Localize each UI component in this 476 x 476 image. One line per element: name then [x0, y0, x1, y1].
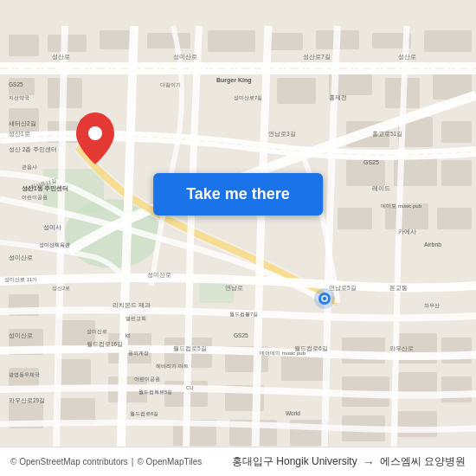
svg-text:성산1로: 성산1로 — [9, 131, 30, 137]
svg-text:성미산로7길: 성미산로7길 — [234, 95, 262, 100]
svg-rect-13 — [424, 30, 472, 52]
route-destination: 에스엠씨 요양병원 — [380, 454, 466, 469]
svg-text:월드컵볼7길: 월드컵볼7길 — [229, 312, 258, 317]
svg-text:성산로7길: 성산로7길 — [303, 54, 331, 60]
svg-rect-7 — [100, 30, 134, 49]
svg-text:월드컵복로5길: 월드컵복로5길 — [138, 389, 172, 395]
svg-text:홍제전: 홍제전 — [329, 94, 347, 101]
bottom-bar: © OpenStreetMap contributors | © OpenMap… — [0, 447, 476, 476]
svg-text:관음사: 관음사 — [22, 164, 37, 170]
svg-text:Burger King: Burger King — [216, 77, 251, 84]
svg-text:데이모 music pub: 데이모 music pub — [381, 203, 422, 209]
svg-text:연남로: 연남로 — [225, 285, 243, 292]
svg-rect-30 — [437, 208, 472, 229]
svg-text:리치몬드 제과: 리치몬드 제과 — [113, 302, 151, 308]
copyright-text2: © OpenMapTiles — [137, 457, 202, 466]
svg-text:World: World — [286, 410, 300, 416]
map-container: 성산로 성미산로 성산로7길 성산로 성산1로 연남로3길 홍교로51길 성미산… — [0, 0, 476, 476]
svg-text:레이드: 레이드 — [372, 185, 390, 191]
svg-text:홍교로51길: 홍교로51길 — [372, 131, 402, 138]
svg-text:성산로: 성산로 — [52, 54, 70, 60]
svg-text:월드컵로6길: 월드컵로6길 — [130, 411, 158, 416]
svg-text:성미사: 성미사 — [43, 224, 61, 230]
svg-text:헤바리기 마트: 헤바리기 마트 — [156, 363, 189, 369]
route-info: 홍대입구 Hongik University → 에스엠씨 요양병원 — [232, 454, 466, 469]
svg-text:와우산로: 와우산로 — [389, 345, 414, 351]
svg-rect-52 — [398, 411, 437, 437]
svg-rect-18 — [277, 78, 316, 104]
svg-text:성미산로: 성미산로 — [147, 272, 171, 278]
route-arrow: → — [363, 455, 375, 469]
svg-text:카에사: 카에사 — [398, 228, 416, 235]
svg-text:연남로5길: 연남로5길 — [329, 285, 357, 292]
svg-text:열린교회: 열린교회 — [125, 316, 146, 321]
copyright-separator: | — [132, 457, 134, 466]
svg-point-116 — [314, 288, 335, 309]
svg-text:지선약국: 지선약국 — [9, 95, 29, 100]
svg-text:성미산체육관: 성미산체육관 — [39, 242, 70, 248]
svg-text:성미산로: 성미산로 — [173, 54, 197, 60]
copyright-text1: © OpenStreetMap contributors — [10, 457, 128, 466]
svg-rect-50 — [441, 376, 472, 402]
svg-text:어린이공원: 어린이공원 — [22, 195, 48, 200]
svg-rect-8 — [147, 33, 190, 48]
svg-text:용의계장: 용의계장 — [128, 351, 149, 356]
svg-text:Airbnb: Airbnb — [424, 241, 441, 248]
route-origin: 홍대입구 Hongik University — [232, 454, 357, 469]
svg-text:GS25: GS25 — [234, 332, 248, 338]
svg-rect-10 — [268, 33, 303, 50]
svg-text:새터산2길: 새터산2길 — [9, 120, 36, 126]
svg-text:성미산로: 성미산로 — [9, 332, 33, 338]
take-me-there-button[interactable]: Take me there — [153, 173, 323, 215]
svg-text:데어데이 music pub: 데어데이 music pub — [260, 351, 306, 356]
map-svg: 성산로 성미산로 성산로7길 성산로 성산1로 연남로3길 홍교로51길 성미산… — [0, 0, 476, 476]
svg-text:성산1동 주민센터: 성산1동 주민센터 — [22, 185, 68, 191]
svg-text:월드컵로5길: 월드컵로5길 — [173, 345, 207, 352]
svg-text:성미산로: 성미산로 — [87, 329, 107, 334]
svg-text:월드컵로16길: 월드컵로16길 — [87, 341, 123, 348]
svg-point-117 — [88, 126, 102, 140]
svg-rect-5 — [9, 35, 39, 56]
svg-text:성산 2층 주민센터: 성산 2층 주민센터 — [9, 146, 57, 153]
svg-text:어린이공원: 어린이공원 — [134, 376, 160, 382]
svg-rect-28 — [338, 208, 372, 229]
svg-rect-27 — [441, 160, 472, 186]
svg-text:성미산로: 성미산로 — [9, 254, 33, 261]
svg-text:다길이기: 다길이기 — [160, 82, 181, 87]
svg-rect-9 — [208, 30, 255, 52]
svg-text:와우산로29길: 와우산로29길 — [9, 397, 45, 403]
svg-text:성산2로: 성산2로 — [52, 286, 70, 291]
svg-text:CU: CU — [186, 385, 194, 390]
svg-text:광명동우체국: 광명동우체국 — [9, 372, 40, 377]
svg-text:연남로3길: 연남로3길 — [268, 131, 296, 138]
svg-rect-24 — [441, 121, 472, 143]
svg-text:와우산: 와우산 — [424, 303, 440, 308]
svg-text:성미산로 11가: 성미산로 11가 — [4, 277, 37, 282]
svg-text:GS25: GS25 — [363, 159, 379, 165]
copyright-section: © OpenStreetMap contributors | © OpenMap… — [10, 457, 202, 466]
svg-text:kt: kt — [125, 332, 130, 338]
svg-text:돈교동: 돈교동 — [389, 285, 408, 291]
svg-text:GS25: GS25 — [9, 81, 23, 87]
svg-text:성산로: 성산로 — [398, 54, 416, 60]
